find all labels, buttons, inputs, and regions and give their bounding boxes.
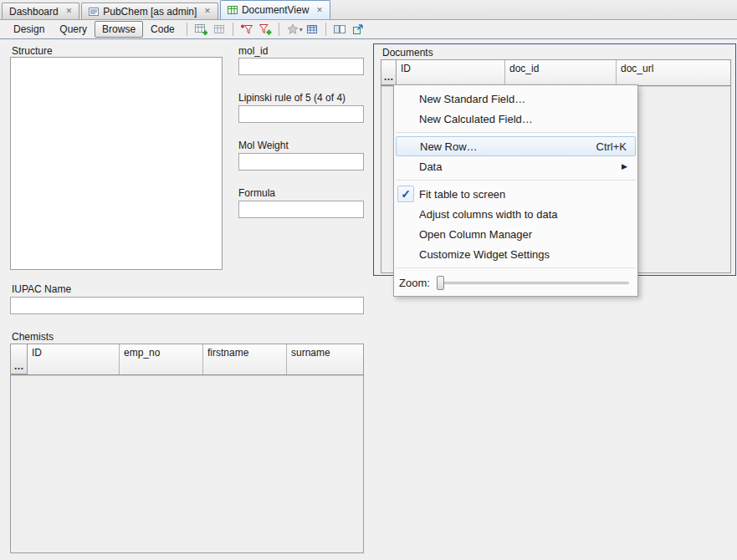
toolbar-separator [279,23,279,36]
column-header-doc-id[interactable]: doc_id [505,60,617,85]
add-filter-icon[interactable] [256,21,274,38]
tab-label: PubChem [as admin] [103,6,197,18]
structure-label: Structure [12,45,53,57]
chemists-table-body[interactable] [11,375,363,552]
application-window: Dashboard ✕ PubChem [as admin] ✕ Documen… [0,0,737,560]
add-table-icon[interactable] [192,21,210,38]
ellipsis-icon: … [384,73,394,82]
menu-item-label: Adjust columns width to data [419,208,557,221]
documents-label: Documents [382,47,433,59]
toolbar: Design Query Browse Code ▾ [0,20,737,39]
menu-separator [396,132,636,133]
menu-item-adjust-columns-width[interactable]: Adjust columns width to data [394,204,637,224]
submenu-arrow-icon: ▶ [622,162,627,171]
menu-separator [396,180,636,181]
filter-icon[interactable] [238,21,256,38]
column-header-emp-no[interactable]: emp_no [120,344,203,374]
structure-viewer[interactable] [10,57,223,270]
slider-handle[interactable] [437,276,444,290]
tab-label: DocumentView [242,4,309,16]
menu-item-label: Open Column Manager [419,228,532,241]
iupac-name-input[interactable] [10,297,364,314]
design-mode-button[interactable]: Design [6,21,52,38]
iupac-name-label: IUPAC Name [12,283,71,295]
browse-mode-button[interactable]: Browse [95,21,143,38]
menu-item-fit-table-to-screen[interactable]: ✓ Fit table to screen [394,184,637,204]
menu-item-label: New Row… [420,140,478,153]
lipinski-label: Lipinski rule of 5 (4 of 4) [238,92,345,104]
menu-item-label: Customize Widget Settings [419,248,550,261]
menu-item-new-row[interactable]: New Row… Ctrl+K [396,136,636,156]
menu-item-label: New Standard Field… [419,93,525,105]
ellipsis-icon: … [14,362,24,371]
tab-bar: Dashboard ✕ PubChem [as admin] ✕ Documen… [0,0,737,20]
formula-input[interactable] [238,201,364,218]
context-menu: New Standard Field… New Calculated Field… [393,84,638,297]
table-icon[interactable] [210,21,228,38]
column-header-firstname[interactable]: firstname [203,344,287,374]
close-icon[interactable]: ✕ [204,8,211,15]
table-green-icon [228,5,238,15]
chemists-label: Chemists [12,331,54,343]
mol-id-input[interactable] [238,58,364,75]
table-options-button[interactable]: … [381,60,397,85]
split-view-icon[interactable] [330,21,349,38]
menu-separator [396,267,636,268]
menu-item-customize-widget-settings[interactable]: Customize Widget Settings [394,244,637,264]
open-external-icon[interactable] [349,21,367,38]
menu-item-data[interactable]: Data ▶ [394,156,637,176]
checkmark-icon: ✓ [397,186,414,202]
dataset-grid-icon[interactable] [303,21,321,38]
toolbar-separator [325,23,326,36]
zoom-row: Zoom: [394,272,637,293]
menu-item-label: Fit table to screen [419,188,505,201]
tab-dashboard[interactable]: Dashboard ✕ [2,3,79,19]
column-header-surname[interactable]: surname [287,344,363,374]
column-header-id[interactable]: ID [28,344,120,374]
menu-item-label: Data [419,160,442,173]
column-header-id[interactable]: ID [397,60,505,85]
zoom-label: Zoom: [399,277,430,289]
menu-item-open-column-manager[interactable]: Open Column Manager [394,224,637,244]
column-header-doc-url[interactable]: doc_url [617,60,730,85]
formula-label: Formula [238,187,275,199]
tab-pubchem[interactable]: PubChem [as admin] ✕ [81,3,218,19]
chemists-table-header: … ID emp_no firstname surname [11,344,363,375]
chemists-table: … ID emp_no firstname surname [10,344,364,553]
documents-table-header: … ID doc_id doc_url [381,60,730,86]
menu-item-new-standard-field[interactable]: New Standard Field… [394,89,637,109]
zoom-slider[interactable] [435,276,631,290]
form-icon [89,7,99,17]
menu-item-label: New Calculated Field… [419,113,533,125]
toolbar-separator [233,23,233,36]
close-icon[interactable]: ✕ [66,8,73,15]
toolbar-separator [187,23,187,36]
menu-shortcut: Ctrl+K [580,140,627,153]
mol-weight-label: Mol Weight [238,140,289,151]
tab-label: Dashboard [9,6,59,18]
table-options-button[interactable]: … [11,344,28,374]
tab-documentview[interactable]: DocumentView ✕ [220,0,330,19]
query-mode-button[interactable]: Query [52,21,95,38]
code-mode-button[interactable]: Code [143,21,182,38]
slider-track [437,282,629,284]
close-icon[interactable]: ✕ [316,7,323,14]
mol-weight-input[interactable] [238,153,364,171]
lipinski-input[interactable] [238,105,364,123]
menu-item-new-calculated-field[interactable]: New Calculated Field… [394,109,637,129]
mol-id-label: mol_id [238,45,268,57]
